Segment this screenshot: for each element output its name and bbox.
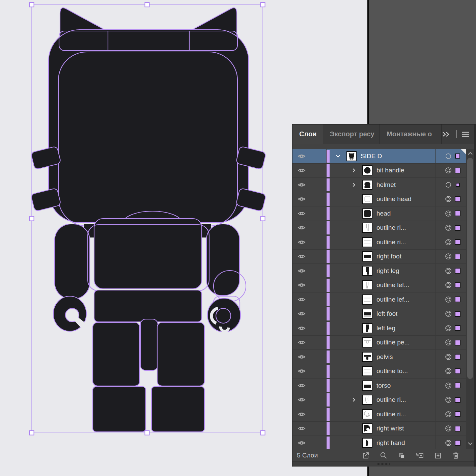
handle-mid-left[interactable] [30, 217, 34, 221]
torso-shape[interactable] [94, 219, 202, 289]
layer-name[interactable]: bit handle [376, 167, 404, 174]
target-circle-icon[interactable] [445, 196, 452, 202]
visibility-eye-icon[interactable] [292, 407, 311, 421]
pelvis-tab-shape[interactable] [140, 319, 158, 370]
layer-name[interactable]: head [376, 210, 391, 217]
target-circle-icon[interactable] [445, 339, 452, 346]
handle-top-right[interactable] [261, 3, 265, 7]
visibility-eye-icon[interactable] [292, 292, 311, 307]
left-leg-shape[interactable] [93, 323, 140, 386]
layer-row[interactable]: left leg [292, 321, 466, 336]
tab-artboards[interactable]: Монтажные о [380, 124, 442, 144]
layer-name[interactable]: outline lef... [376, 281, 409, 289]
layer-name[interactable]: outline ri... [376, 239, 406, 246]
lock-toggle-cell[interactable] [311, 336, 327, 350]
visibility-eye-icon[interactable] [292, 164, 311, 178]
lock-toggle-cell[interactable] [311, 250, 327, 264]
layer-name[interactable]: SIDE D [361, 152, 382, 160]
lock-toggle-cell[interactable] [311, 235, 327, 249]
layer-thumbnail-helmet[interactable] [362, 180, 372, 190]
handle-bottom-mid[interactable] [145, 431, 149, 435]
layer-row[interactable]: outline head [292, 192, 466, 207]
selection-color-square[interactable] [455, 440, 460, 446]
selection-color-square[interactable] [455, 254, 460, 259]
collect-export-icon[interactable] [362, 451, 370, 459]
layer-row[interactable]: helmet [292, 178, 466, 192]
lock-toggle-cell[interactable] [311, 379, 327, 393]
layer-row[interactable]: right foot [292, 250, 466, 264]
lock-toggle-cell[interactable] [311, 350, 327, 364]
target-circle-icon[interactable] [445, 396, 452, 403]
layer-thumbnail-side-d[interactable] [346, 151, 357, 161]
layer-name[interactable]: outline to... [376, 367, 408, 375]
selection-color-square[interactable] [455, 311, 460, 317]
layer-thumbnail-outline-right-arm[interactable] [362, 395, 372, 405]
selection-color-square[interactable] [455, 153, 460, 159]
layer-row[interactable]: outline lef... [292, 292, 466, 307]
expand-chevron-icon[interactable] [351, 396, 357, 403]
panel-resize-grip[interactable] [292, 461, 474, 466]
layer-thumbnail-right-leg[interactable] [362, 266, 372, 276]
layer-name[interactable]: outline ri... [376, 396, 406, 403]
new-sublayer-icon[interactable] [415, 451, 424, 459]
visibility-eye-icon[interactable] [292, 379, 311, 393]
visibility-eye-icon[interactable] [292, 149, 311, 163]
lock-toggle-cell[interactable] [311, 221, 327, 235]
visibility-eye-icon[interactable] [292, 350, 311, 364]
lock-toggle-cell[interactable] [311, 278, 327, 292]
visibility-eye-icon[interactable] [292, 235, 311, 249]
tab-layers[interactable]: Слои [292, 124, 323, 144]
collapse-chevron-icon[interactable] [335, 153, 341, 160]
expand-chevron-icon[interactable] [351, 181, 357, 188]
lock-toggle-cell[interactable] [311, 436, 327, 449]
layer-name[interactable]: left leg [376, 325, 395, 332]
layer-name[interactable]: right foot [376, 253, 401, 260]
double-chevron-right-icon[interactable] [442, 131, 452, 137]
visibility-eye-icon[interactable] [292, 321, 311, 335]
head-shape[interactable] [49, 30, 249, 223]
layer-name[interactable]: outline head [376, 195, 412, 203]
new-layer-icon[interactable] [434, 451, 442, 459]
lock-toggle-cell[interactable] [311, 364, 327, 379]
target-circle-icon[interactable] [445, 268, 452, 274]
target-circle-icon[interactable] [445, 224, 452, 231]
lock-toggle-cell[interactable] [311, 292, 327, 307]
lock-toggle-cell[interactable] [311, 393, 327, 407]
layer-thumbnail-left-foot[interactable] [362, 309, 372, 319]
delete-icon[interactable] [452, 451, 460, 459]
layer-thumbnail-right-foot[interactable] [362, 251, 372, 261]
selection-color-square[interactable] [455, 225, 460, 231]
selection-color-square[interactable] [455, 196, 460, 202]
layer-row[interactable]: outline ri... [292, 235, 466, 250]
target-circle-icon[interactable] [445, 296, 452, 303]
layer-thumbnail-outline-right-foot[interactable] [362, 237, 372, 247]
visibility-eye-icon[interactable] [292, 221, 311, 235]
layer-name[interactable]: torso [376, 382, 391, 389]
scroll-up-icon[interactable] [468, 151, 473, 157]
layer-thumbnail-outline-head[interactable] [362, 194, 372, 204]
layer-thumbnail-right-wrist[interactable] [362, 423, 372, 433]
clipping-mask-icon[interactable] [397, 451, 405, 459]
selection-color-square[interactable] [456, 183, 460, 187]
layer-row[interactable]: outline to... [292, 364, 466, 379]
layer-name[interactable]: outline ri... [376, 224, 406, 231]
target-circle-icon[interactable] [445, 411, 452, 418]
layer-row[interactable]: right wrist [292, 422, 466, 436]
layer-thumbnail-outline-left-leg[interactable] [362, 280, 372, 290]
selection-color-square[interactable] [455, 354, 460, 360]
target-circle-icon[interactable] [445, 425, 452, 432]
target-circle-icon[interactable] [445, 440, 452, 446]
selection-color-square[interactable] [455, 239, 460, 245]
target-circle-icon[interactable] [445, 181, 452, 188]
layer-row[interactable]: left foot [292, 307, 466, 321]
layer-name[interactable]: outline pe... [376, 339, 410, 346]
locate-object-icon[interactable] [380, 451, 388, 459]
layer-thumbnail-outline-left-foot[interactable] [362, 295, 372, 305]
selection-color-square[interactable] [455, 211, 460, 216]
lock-toggle-cell[interactable] [311, 164, 327, 178]
handle-bottom-left[interactable] [30, 431, 34, 435]
layer-thumbnail-outline-right-wrist[interactable] [362, 409, 372, 419]
handle-top-mid[interactable] [145, 3, 149, 7]
layer-name[interactable]: right wrist [376, 425, 404, 432]
visibility-eye-icon[interactable] [292, 393, 311, 407]
